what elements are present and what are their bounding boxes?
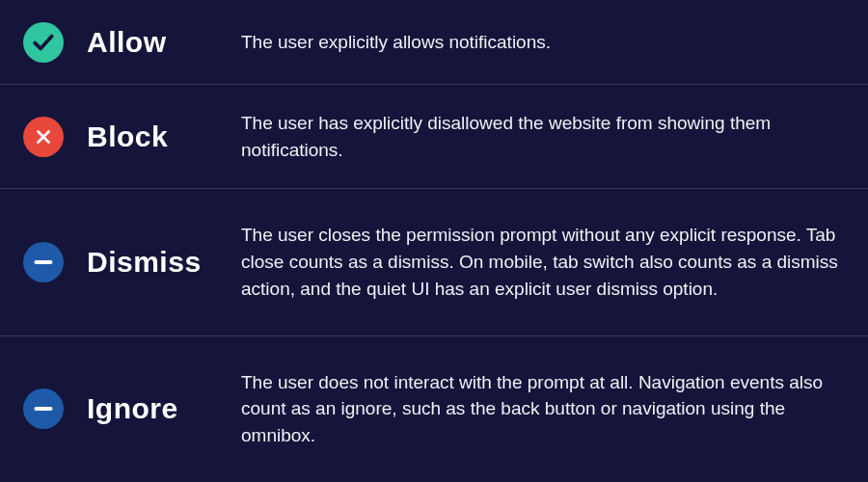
row-label-dismiss: Dismiss xyxy=(87,246,241,279)
minus-icon xyxy=(23,388,64,429)
cross-icon xyxy=(23,117,64,157)
row-desc: The user has explicitly disallowed the w… xyxy=(241,110,868,163)
check-icon xyxy=(23,22,64,63)
table-row: Block The user has explicitly disallowed… xyxy=(0,85,868,189)
row-label-allow: Allow xyxy=(87,26,241,59)
row-desc: The user closes the permission prompt wi… xyxy=(241,222,868,302)
row-desc: The user explicitly allows notifications… xyxy=(241,29,868,56)
table-row: Ignore The user does not interact with t… xyxy=(0,336,868,483)
table-row: Dismiss The user closes the permission p… xyxy=(0,189,868,336)
table-row: Allow The user explicitly allows notific… xyxy=(0,0,868,85)
minus-icon xyxy=(23,242,64,282)
row-desc: The user does not interact with the prom… xyxy=(241,369,868,449)
row-label-block: Block xyxy=(87,120,241,153)
icon-cell xyxy=(0,117,87,157)
icon-cell xyxy=(0,242,87,282)
icon-cell xyxy=(0,388,87,429)
icon-cell xyxy=(0,22,87,63)
row-label-ignore: Ignore xyxy=(87,392,241,425)
permission-outcomes-table: Allow The user explicitly allows notific… xyxy=(0,0,868,482)
